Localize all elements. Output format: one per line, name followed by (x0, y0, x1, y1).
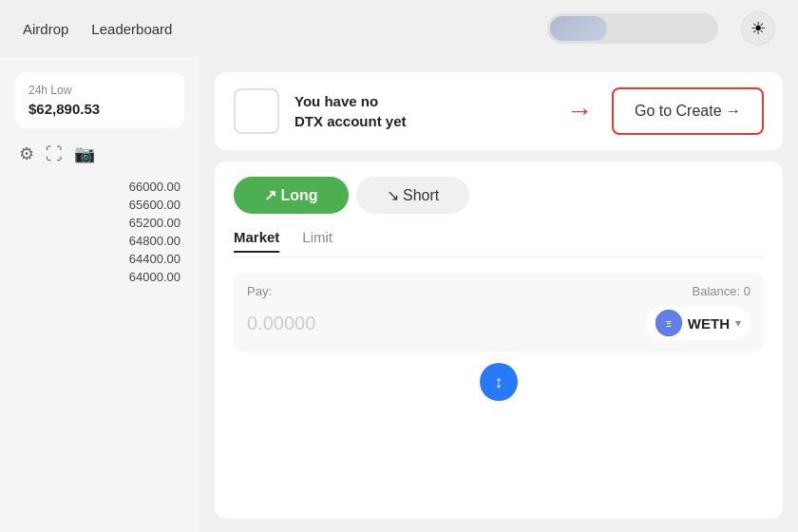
short-button[interactable]: ↘ Short (356, 177, 470, 214)
pay-amount-input[interactable]: 0.00000 (247, 313, 315, 334)
chart-controls: ⚙ ⛶ 📷 (15, 136, 184, 172)
price-list: 66000.00 65600.00 65200.00 64800.00 6440… (15, 180, 184, 284)
price-row: 64400.00 (19, 252, 180, 266)
go-to-create-button[interactable]: Go to Create → (612, 87, 764, 135)
price-row: 66000.00 (19, 180, 180, 194)
swap-icon: ↕ (495, 372, 504, 392)
right-panel: You have no DTX account yet → Go to Crea… (200, 57, 798, 532)
swap-button[interactable]: ↕ (480, 363, 518, 401)
svg-text:Ξ: Ξ (666, 319, 672, 329)
toggle-thumb (550, 16, 607, 41)
account-placeholder-icon (234, 88, 279, 134)
pay-input-row: 0.00000 Ξ WETH ▾ (247, 306, 750, 340)
price-card-24h-low: 24h Low $62,890.53 (15, 72, 184, 128)
direction-row: ↗ Long ↘ Short (234, 177, 764, 214)
price-row: 65200.00 (19, 216, 180, 230)
main-layout: 24h Low $62,890.53 ⚙ ⛶ 📷 66000.00 65600.… (0, 57, 798, 532)
theme-toggle-button[interactable]: ☀ (741, 11, 775, 46)
price-card-value: $62,890.53 (28, 101, 171, 117)
settings-icon[interactable]: ⚙ (19, 143, 34, 164)
order-tabs: Market Limit (234, 229, 764, 257)
left-sidebar: 24h Low $62,890.53 ⚙ ⛶ 📷 66000.00 65600.… (0, 57, 200, 532)
arrow-right-icon: → (566, 96, 593, 126)
nav-leaderboard[interactable]: Leaderboard (91, 21, 172, 37)
swap-btn-container: ↕ (234, 363, 764, 401)
sun-icon: ☀ (750, 18, 766, 39)
price-row: 65600.00 (19, 198, 180, 212)
price-card-label: 24h Low (28, 84, 171, 97)
camera-icon[interactable]: 📷 (74, 143, 95, 164)
pay-row: Pay: Balance: 0 0.00000 Ξ WETH (234, 273, 764, 352)
tab-market[interactable]: Market (234, 229, 279, 253)
token-name: WETH (688, 315, 730, 332)
no-account-card: You have no DTX account yet → Go to Crea… (215, 72, 783, 150)
pay-label: Pay: (247, 284, 272, 298)
weth-icon: Ξ (656, 310, 682, 336)
long-button[interactable]: ↗ Long (234, 177, 349, 214)
network-toggle[interactable] (547, 13, 718, 44)
tab-limit[interactable]: Limit (302, 229, 332, 253)
price-row: 64000.00 (19, 270, 180, 284)
trading-card: ↗ Long ↘ Short Market Limit Pay: Balance… (215, 162, 783, 519)
no-account-text: You have no DTX account yet (294, 91, 551, 131)
chevron-down-icon: ▾ (735, 316, 741, 330)
pay-header: Pay: Balance: 0 (247, 284, 750, 298)
token-selector[interactable]: Ξ WETH ▾ (646, 306, 750, 340)
fullscreen-icon[interactable]: ⛶ (46, 144, 63, 164)
top-nav: Airdrop Leaderboard ☀ (0, 0, 798, 57)
price-row: 64800.00 (19, 234, 180, 248)
nav-airdrop[interactable]: Airdrop (23, 21, 68, 37)
no-account-title: You have no DTX account yet (294, 91, 551, 131)
balance-label: Balance: 0 (693, 284, 750, 298)
